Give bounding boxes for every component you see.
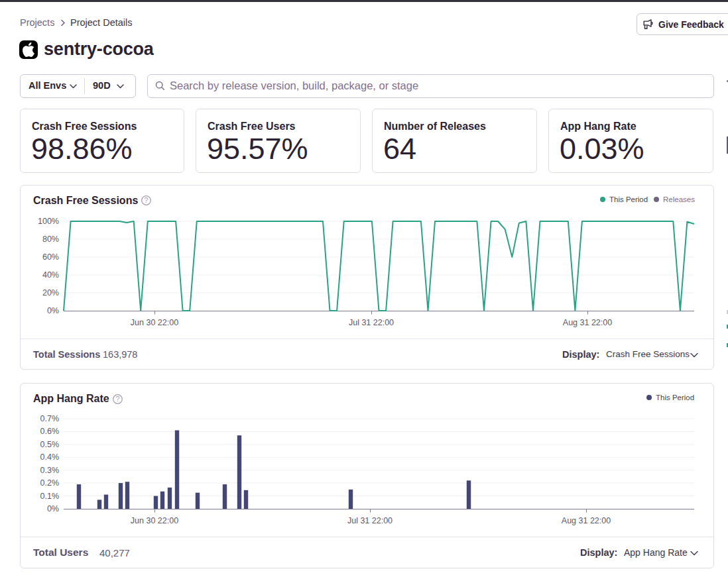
svg-text:20%: 20%	[42, 288, 59, 297]
svg-text:60%: 60%	[42, 252, 59, 262]
svg-text:0.3%: 0.3%	[40, 466, 60, 475]
svg-text:Jul 31 22:00: Jul 31 22:00	[347, 516, 393, 525]
svg-text:0.6%: 0.6%	[40, 427, 60, 436]
svg-text:0.4%: 0.4%	[40, 452, 60, 462]
svg-text:Jun 30 22:00: Jun 30 22:00	[131, 516, 178, 525]
svg-text:?: ?	[116, 395, 120, 403]
svg-text:40%: 40%	[42, 270, 59, 280]
svg-text:0.7%: 0.7%	[40, 414, 60, 423]
svg-text:0%: 0%	[47, 504, 59, 513]
svg-text:0.2%: 0.2%	[40, 478, 60, 488]
svg-text:0.5%: 0.5%	[40, 440, 60, 449]
svg-text:?: ?	[145, 196, 149, 204]
svg-text:Jun 30 22:00: Jun 30 22:00	[131, 318, 178, 327]
svg-text:0.1%: 0.1%	[40, 492, 60, 501]
svg-text:Aug 31 22:00: Aug 31 22:00	[562, 516, 611, 525]
svg-text:Aug 31 22:00: Aug 31 22:00	[563, 318, 612, 327]
svg-text:Jul 31 22:00: Jul 31 22:00	[349, 318, 394, 327]
svg-text:100%: 100%	[38, 217, 59, 226]
svg-text:0%: 0%	[47, 306, 59, 315]
svg-text:80%: 80%	[42, 235, 59, 244]
